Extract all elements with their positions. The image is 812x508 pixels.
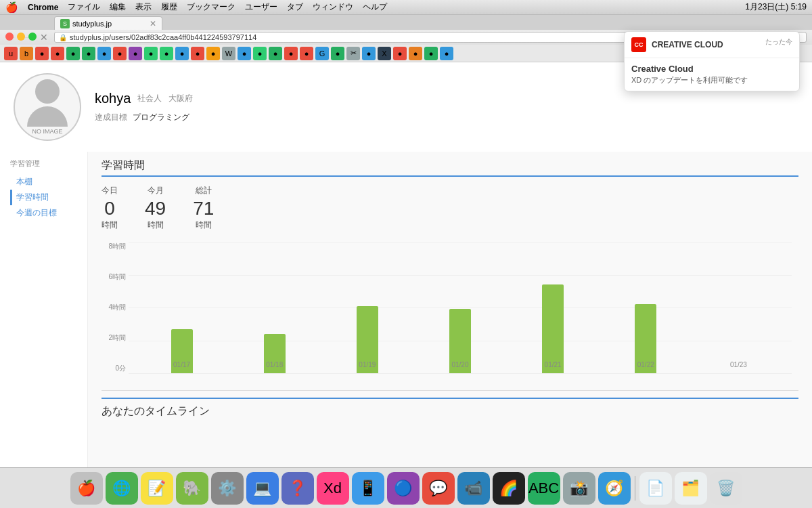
tab-bar: S studyplus.jp ✕ [0,15,812,30]
dock-pockity[interactable]: 🔵 [387,472,420,505]
browser-content: NO IMAGE kohya 社会人 大阪府 達成目標 プログラミング 学習管理… [0,62,812,467]
sidebar-item-bookshelf[interactable]: 本棚 [10,174,77,190]
fullscreen-button[interactable] [28,33,37,41]
x-label-01/17: 01/17 [135,361,228,368]
chart-area: 01/1701/1801/1901/2001/2101/2201/23 [129,242,792,373]
chart-x-axis: 01/1701/1801/1901/2001/2101/2201/23 [129,356,792,373]
datetime-display: 1月23日(土) 5:19 [745,1,807,13]
avatar-body-shape [27,106,68,127]
toolbar-icon-8[interactable]: ● [113,47,127,60]
toolbar-icon-20[interactable]: ● [300,47,313,60]
tab-close-button[interactable]: ✕ [150,19,156,28]
dock-preview[interactable]: 📸 [563,472,595,505]
menu-tab[interactable]: タブ [287,1,303,13]
stat-today: 今日 0 時間 [102,185,118,231]
dock-folder[interactable]: 🗂️ [675,472,707,505]
toolbar-icon-1[interactable]: u [4,47,18,60]
menu-history[interactable]: 履歴 [161,1,177,13]
sidebar-item-weekly-goal[interactable]: 今週の目標 [10,205,77,221]
toolbar-icon-29[interactable]: ● [440,47,453,60]
profile-tag-occupation: 社会人 [137,93,162,104]
menu-chrome[interactable]: Chrome [28,3,58,12]
apple-menu[interactable]: 🍎 [5,1,18,14]
stat-month-label: 今月 [145,185,166,196]
browser-tab[interactable]: S studyplus.jp ✕ [54,16,162,30]
dock-unknown[interactable]: ❓ [281,472,314,505]
y-label-2h: 2時間 [108,333,126,343]
toolbar-icon-9[interactable]: ● [129,47,142,60]
toolbar-icon-16[interactable]: ● [238,47,251,60]
toolbar-icon-13[interactable]: ● [191,47,204,60]
stat-today-unit: 時間 [102,219,118,231]
toolbar-icon-15[interactable]: W [222,47,235,60]
toolbar-icon-28[interactable]: ● [424,47,438,60]
toolbar-icon-27[interactable]: ● [409,47,422,60]
profile-goal-row: 達成目標 プログラミング [95,112,798,123]
notification-app-name: CREATIVE CLOUD [652,40,760,49]
notification-popup[interactable]: CC CREATIVE CLOUD たった今 Creative Cloud XD… [624,31,800,91]
dock-appstore[interactable]: 📱 [352,472,384,505]
menu-view[interactable]: 表示 [135,1,152,13]
toolbar-icon-12[interactable]: ● [175,47,189,60]
dock-finder[interactable]: 🍎 [70,472,103,505]
stat-total-label: 総計 [193,185,214,196]
profile-name: kohya [95,91,131,106]
menu-bookmarks[interactable]: ブックマーク [187,1,235,13]
menu-edit[interactable]: 編集 [110,1,126,13]
toolbar-icon-18[interactable]: ● [269,47,282,60]
dock-vscode[interactable]: 💻 [246,472,279,505]
x-label-01/23: 01/23 [692,361,785,368]
toolbar-icon-5[interactable]: ● [66,47,80,60]
timeline-header: あなたのタイムライン [102,398,798,419]
reload-button[interactable]: ✕ [38,31,50,43]
dock-divider [635,476,635,501]
stat-today-label: 今日 [102,185,118,196]
dock-evernote[interactable]: 🐘 [176,472,208,505]
dock-trash[interactable]: 🗑️ [710,472,742,505]
x-label-01/22: 01/22 [600,361,692,368]
minimize-button[interactable] [17,33,25,41]
dock-notes[interactable]: 📝 [141,472,173,505]
toolbar-icon-26[interactable]: ● [393,47,407,60]
sidebar-section-title: 学習管理 [10,158,77,169]
dock-settings[interactable]: ⚙️ [211,472,244,505]
close-button[interactable] [5,33,14,41]
traffic-lights[interactable] [5,33,37,41]
toolbar-icon-25[interactable]: X [378,47,391,60]
y-label-6h: 6時間 [108,272,126,282]
toolbar-icon-22[interactable]: ● [331,47,344,60]
toolbar-icon-14[interactable]: ● [206,47,220,60]
dock-slack[interactable]: 💬 [422,472,455,505]
dock-prizmo[interactable]: ABC [528,472,560,505]
dock-zoom[interactable]: 📹 [457,472,490,505]
toolbar-icon-19[interactable]: ● [284,47,298,60]
toolbar-icon-21[interactable]: G [315,47,329,60]
toolbar-icon-11[interactable]: ● [160,47,173,60]
toolbar-icon-23[interactable]: ✂ [346,47,360,60]
menu-users[interactable]: ユーザー [245,1,277,13]
dock-safari[interactable]: 🧭 [598,472,631,505]
toolbar-icon-24[interactable]: ● [362,47,376,60]
sidebar-item-study-time[interactable]: 学習時間 [10,190,77,205]
notification-desc: XD のアップデートを利用可能です [631,75,792,85]
toolbar-icon-2[interactable]: b [20,47,33,60]
dock-matrix[interactable]: 🌈 [493,472,525,505]
notification-timestamp: たった今 [765,37,792,47]
toolbar-icon-17[interactable]: ● [253,47,267,60]
dock-chrome[interactable]: 🌐 [106,472,138,505]
dock-files[interactable]: 📄 [639,472,672,505]
y-label-4h: 4時間 [108,303,126,312]
dock-xd[interactable]: Xd [317,472,349,505]
profile-tag-location: 大阪府 [168,93,193,104]
main-panel: 学習時間 今日 0 時間 今月 49 時間 総計 71 時間 [88,152,812,467]
x-label-01/21: 01/21 [507,361,600,368]
menu-window[interactable]: ウィンドウ [313,1,353,13]
toolbar-icon-6[interactable]: ● [82,47,95,60]
menu-file[interactable]: ファイル [68,1,100,13]
toolbar-icon-3[interactable]: ● [35,47,49,60]
toolbar-icon-4[interactable]: ● [51,47,64,60]
dock: 🍎 🌐 📝 🐘 ⚙️ 💻 ❓ Xd 📱 🔵 💬 📹 🌈 ABC 📸 🧭 📄 🗂️… [0,467,812,508]
toolbar-icon-7[interactable]: ● [97,47,111,60]
menu-help[interactable]: ヘルプ [363,1,387,13]
toolbar-icon-10[interactable]: ● [144,47,158,60]
